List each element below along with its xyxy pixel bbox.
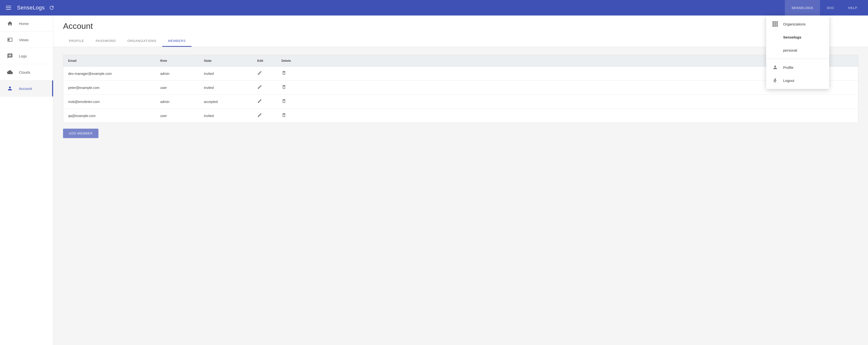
dropdown-label-organizations: Organizations bbox=[783, 22, 806, 26]
table-row: mob@emobrien.com admin accepted bbox=[63, 95, 858, 109]
tab-members[interactable]: MEMBERS bbox=[162, 36, 191, 47]
cell-edit[interactable] bbox=[252, 95, 277, 108]
cell-state: invited bbox=[199, 67, 252, 80]
personal-spacer-icon bbox=[772, 47, 778, 53]
page-header: Account PROFILE PASSWORD ORGANIZATIONS M… bbox=[53, 15, 868, 47]
delete-icon[interactable] bbox=[281, 99, 286, 105]
dropdown-label-profile: Profile bbox=[783, 65, 794, 70]
sidebar: Home Views Logs bbox=[0, 15, 53, 345]
cell-email: dev-manager@example.com bbox=[63, 67, 155, 80]
svg-rect-0 bbox=[8, 39, 9, 41]
cell-edit[interactable] bbox=[252, 67, 277, 80]
tabs: PROFILE PASSWORD ORGANIZATIONS MEMBERS bbox=[63, 36, 858, 47]
edit-icon[interactable] bbox=[257, 84, 262, 91]
add-member-button[interactable]: ADD MEMBER bbox=[63, 129, 98, 138]
edit-icon[interactable] bbox=[257, 99, 262, 105]
dropdown-item-organizations[interactable]: Organizations bbox=[766, 18, 829, 31]
table-row: dev-manager@example.com admin invited bbox=[63, 67, 858, 81]
table-body: dev-manager@example.com admin invited pe… bbox=[63, 67, 858, 123]
nav-doc[interactable]: DOC bbox=[820, 0, 841, 15]
cell-role: admin bbox=[155, 67, 199, 80]
logs-icon bbox=[7, 53, 13, 59]
cell-edit[interactable] bbox=[252, 81, 277, 95]
members-table: Email Role State Edit Delete dev-manager… bbox=[63, 55, 858, 123]
table-row: qa@example.com user invited bbox=[63, 109, 858, 123]
cell-email: peter@example.com bbox=[63, 81, 155, 95]
sidebar-label-home: Home bbox=[19, 22, 29, 26]
cell-role: admin bbox=[155, 95, 199, 108]
col-header-email: Email bbox=[63, 55, 155, 66]
col-header-edit: Edit bbox=[252, 55, 277, 66]
cell-role: user bbox=[155, 81, 199, 95]
refresh-icon[interactable] bbox=[49, 5, 55, 11]
col-header-delete: Delete bbox=[277, 55, 301, 66]
grid-icon bbox=[772, 21, 778, 27]
top-nav: SenseLogs SENSELOGS DOC HELP bbox=[0, 0, 868, 15]
cell-delete[interactable] bbox=[277, 67, 301, 80]
logout-icon bbox=[772, 77, 778, 83]
dropdown-section-user: Profile Logout bbox=[766, 59, 829, 89]
page-title: Account bbox=[63, 21, 858, 31]
views-icon bbox=[7, 37, 13, 43]
delete-icon[interactable] bbox=[281, 70, 286, 76]
sidebar-item-home[interactable]: Home bbox=[0, 15, 53, 32]
sidebar-label-logs: Logs bbox=[19, 54, 27, 58]
edit-icon[interactable] bbox=[257, 70, 262, 76]
dropdown-item-logout[interactable]: Logout bbox=[766, 74, 829, 87]
dropdown-section-orgs: Organizations Senselogs personal bbox=[766, 15, 829, 59]
cell-role: user bbox=[155, 109, 199, 123]
cell-delete[interactable] bbox=[277, 95, 301, 108]
sidebar-label-clouds: Clouds bbox=[19, 70, 30, 74]
page-body: Email Role State Edit Delete dev-manager… bbox=[53, 47, 868, 146]
col-header-state: State bbox=[199, 55, 252, 66]
cell-email: mob@emobrien.com bbox=[63, 95, 155, 108]
dropdown-menu: Organizations Senselogs personal Profile bbox=[766, 15, 829, 89]
sidebar-item-logs[interactable]: Logs bbox=[0, 48, 53, 64]
app-title: SenseLogs bbox=[17, 5, 45, 11]
person-icon bbox=[772, 64, 778, 70]
cell-delete[interactable] bbox=[277, 81, 301, 95]
edit-icon[interactable] bbox=[257, 113, 262, 119]
senselogs-spacer-icon bbox=[772, 34, 778, 40]
sidebar-item-account[interactable]: Account bbox=[0, 80, 53, 97]
sidebar-item-views[interactable]: Views bbox=[0, 32, 53, 48]
dropdown-item-personal[interactable]: personal bbox=[766, 44, 829, 57]
sidebar-item-clouds[interactable]: Clouds bbox=[0, 64, 53, 80]
delete-icon[interactable] bbox=[281, 113, 286, 119]
cell-state: invited bbox=[199, 109, 252, 123]
tab-organizations[interactable]: ORGANIZATIONS bbox=[122, 36, 162, 47]
sidebar-label-views: Views bbox=[19, 38, 29, 42]
home-icon bbox=[7, 20, 13, 27]
table-header-row: Email Role State Edit Delete bbox=[63, 55, 858, 67]
cell-edit[interactable] bbox=[252, 109, 277, 123]
main-content: Account PROFILE PASSWORD ORGANIZATIONS M… bbox=[53, 15, 868, 345]
dropdown-item-senselogs[interactable]: Senselogs bbox=[766, 31, 829, 44]
menu-icon[interactable] bbox=[4, 4, 13, 12]
col-header-role: Role bbox=[155, 55, 199, 66]
delete-icon[interactable] bbox=[281, 84, 286, 91]
tab-profile[interactable]: PROFILE bbox=[63, 36, 90, 47]
cell-state: accepted bbox=[199, 95, 252, 108]
dropdown-label-logout: Logout bbox=[783, 78, 794, 82]
dropdown-label-personal: personal bbox=[783, 48, 797, 52]
account-icon bbox=[7, 85, 13, 92]
dropdown-label-senselogs: Senselogs bbox=[783, 35, 801, 39]
cell-email: qa@example.com bbox=[63, 109, 155, 123]
table-row: peter@example.com user invited bbox=[63, 81, 858, 95]
dropdown-item-profile[interactable]: Profile bbox=[766, 61, 829, 74]
top-nav-links: SENSELOGS DOC HELP bbox=[785, 0, 864, 15]
nav-senselogs[interactable]: SENSELOGS bbox=[785, 0, 820, 15]
clouds-icon bbox=[7, 69, 13, 75]
sidebar-label-account: Account bbox=[19, 87, 32, 91]
app-body: Home Views Logs bbox=[0, 15, 868, 345]
cell-state: invited bbox=[199, 81, 252, 95]
nav-help[interactable]: HELP bbox=[841, 0, 864, 15]
cell-delete[interactable] bbox=[277, 109, 301, 123]
tab-password[interactable]: PASSWORD bbox=[90, 36, 122, 47]
